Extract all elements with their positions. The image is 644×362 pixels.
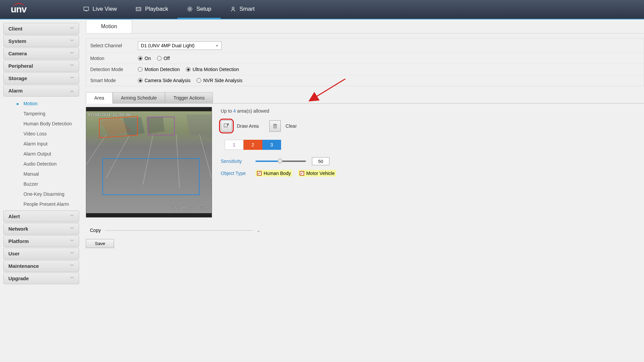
sidebar-item-motion[interactable]: Motion	[3, 99, 79, 109]
copy-label: Copy	[90, 228, 101, 233]
draw-area-button[interactable]	[221, 120, 232, 132]
chevron-up-icon: ︽	[70, 88, 74, 94]
areas-allowed-text: Up to 4 area(s) allowed	[221, 108, 336, 114]
chevron-down-icon[interactable]: ⌄	[257, 228, 261, 233]
nav-playback[interactable]: Playback	[126, 0, 177, 19]
sidebar: Client︾System︾Camera︾Peripheral︾Storage︾…	[0, 19, 83, 362]
clear-button[interactable]	[269, 120, 281, 132]
sidebar-item-buzzer[interactable]: Buzzer	[3, 179, 79, 189]
tab-arming-schedule[interactable]: Arming Schedule	[113, 92, 165, 104]
tab-area[interactable]: Area	[86, 92, 113, 104]
sidebar-group-title: Camera	[8, 51, 27, 56]
clear-label: Clear	[285, 123, 297, 129]
sidebar-group-camera[interactable]: Camera︾	[3, 48, 79, 59]
row-motion: Motion On Off	[86, 53, 644, 64]
page-tab-motion[interactable]: Motion	[86, 19, 132, 33]
radio-dot-icon	[186, 67, 191, 72]
radio-ultra-motion-detection[interactable]: Ultra Motion Detection	[186, 67, 239, 72]
svg-line-13	[191, 7, 192, 8]
radio-dot-icon	[157, 56, 162, 61]
sidebar-group-client[interactable]: Client︾	[3, 23, 79, 35]
draw-area-label: Draw Area	[237, 123, 259, 129]
pencil-icon	[223, 123, 229, 129]
svg-rect-21	[224, 124, 227, 127]
sidebar-group-storage[interactable]: Storage︾	[3, 72, 79, 84]
page-tab-bar: Motion	[86, 19, 644, 34]
monitor-icon	[83, 6, 89, 12]
sidebar-group-platform[interactable]: Platform︾	[3, 235, 79, 247]
trash-icon	[272, 123, 278, 129]
sidebar-group-alarm[interactable]: Alarm︽	[3, 85, 79, 97]
radio-motion-on[interactable]: On	[138, 56, 151, 61]
chevron-down-icon: ︾	[70, 51, 74, 56]
brand-logo: unv	[0, 0, 40, 19]
svg-line-11	[191, 10, 192, 11]
svg-line-20	[200, 135, 212, 178]
chevron-down-icon: ︾	[70, 75, 74, 81]
nav-live-view[interactable]: Live View	[74, 0, 126, 19]
copy-row: Copy ⌄	[90, 228, 644, 233]
checkbox-motor-vehicle[interactable]	[300, 171, 304, 176]
chevron-down-icon: ︾	[70, 214, 74, 219]
select-channel-dropdown[interactable]: D1 (UNV 4MP Dual Light) ▼	[138, 41, 222, 50]
sensitivity-slider[interactable]	[256, 161, 306, 162]
smart-mode-label: Smart Mode	[90, 78, 138, 83]
sidebar-group-title: Client	[8, 26, 22, 32]
sidebar-group-title: Maintenance	[8, 263, 39, 269]
sidebar-group-title: Alarm	[8, 88, 23, 94]
detection-mode-label: Detection Mode	[90, 67, 138, 72]
sidebar-group-user[interactable]: User︾	[3, 248, 79, 259]
sidebar-group-maintenance[interactable]: Maintenance︾	[3, 260, 79, 272]
chevron-down-icon: ︾	[70, 226, 74, 232]
sidebar-group-title: System	[8, 38, 26, 44]
sidebar-group-system[interactable]: System︾	[3, 35, 79, 47]
sidebar-group-upgrade[interactable]: Upgrade︾	[3, 273, 79, 284]
chevron-down-icon: ▼	[215, 44, 219, 48]
nav-setup[interactable]: Setup	[177, 0, 220, 19]
nav-smart[interactable]: Smart	[221, 0, 264, 19]
sidebar-group-title: Storage	[8, 75, 27, 81]
sidebar-group-alert[interactable]: Alert︾	[3, 210, 79, 222]
area-tab-2[interactable]: 2	[244, 140, 262, 150]
select-value: D1 (UNV 4MP Dual Light)	[141, 43, 195, 48]
svg-rect-0	[84, 7, 89, 10]
sidebar-item-one-key-disarming[interactable]: One-Key Disarming	[3, 189, 79, 199]
sidebar-item-alarm-input[interactable]: Alarm Input	[3, 139, 79, 149]
sidebar-item-video-loss[interactable]: Video Loss	[3, 129, 79, 139]
row-smart-mode: Smart Mode Camera Side Analysis NVR Side…	[86, 75, 644, 86]
sidebar-item-tampering[interactable]: Tampering	[3, 109, 79, 119]
sub-tabs: Area Arming Schedule Trigger Actions	[86, 92, 644, 104]
preview-overlay	[86, 111, 212, 213]
checkbox-human-body[interactable]	[257, 171, 262, 176]
area-number-tabs: 1 2 3	[225, 140, 336, 150]
chevron-down-icon: ︾	[70, 38, 74, 44]
tab-trigger-actions[interactable]: Trigger Actions	[165, 92, 213, 104]
radio-nvr-side[interactable]: NVR Side Analysis	[197, 78, 243, 83]
top-nav: Live View Playback Setup Smart	[74, 0, 264, 19]
sidebar-item-human-body-detection[interactable]: Human Body Detection	[3, 119, 79, 129]
sidebar-group-peripheral[interactable]: Peripheral︾	[3, 60, 79, 72]
sidebar-item-alarm-output[interactable]: Alarm Output	[3, 149, 79, 159]
svg-line-17	[106, 135, 130, 178]
area-tab-1[interactable]: 1	[225, 140, 244, 150]
sidebar-item-audio-detection[interactable]: Audio Detection	[3, 159, 79, 169]
sidebar-group-network[interactable]: Network︾	[3, 223, 79, 235]
gear-icon	[187, 6, 193, 12]
camera-preview[interactable]: 07/08/2024 11:09:08 UNV 4MP Dual Light	[86, 107, 212, 218]
sidebar-item-manual[interactable]: Manual	[3, 169, 79, 179]
radio-motion-detection[interactable]: Motion Detection	[138, 67, 180, 72]
motion-label: Motion	[90, 56, 138, 61]
area-tab-3[interactable]: 3	[262, 140, 281, 150]
main-content: Motion Select Channel D1 (UNV 4MP Dual L…	[83, 19, 644, 362]
slider-thumb[interactable]	[278, 159, 282, 163]
save-button[interactable]: Save	[86, 239, 114, 248]
preview-timestamp: 07/08/2024 11:09:08	[88, 113, 130, 117]
radio-camera-side[interactable]: Camera Side Analysis	[138, 78, 191, 83]
checkbox-label: Human Body	[264, 171, 291, 176]
svg-line-16	[86, 135, 106, 165]
sidebar-item-people-present-alarm[interactable]: People Present Alarm	[3, 199, 79, 209]
radio-motion-off[interactable]: Off	[157, 56, 170, 61]
chevron-down-icon: ︾	[70, 263, 74, 269]
radio-dot-icon	[138, 67, 143, 72]
sensitivity-input[interactable]	[312, 157, 329, 165]
